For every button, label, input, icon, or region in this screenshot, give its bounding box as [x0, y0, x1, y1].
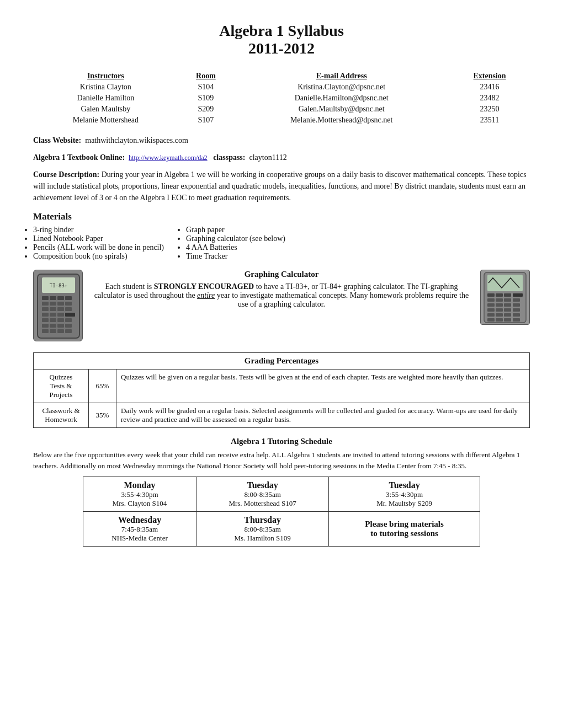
class-website-value: mathwithclayton.wikispaces.com: [85, 136, 188, 144]
schedule-table: Monday 3:55-4:30pm Mrs. Clayton S104 Tue…: [83, 477, 480, 547]
thursday-teacher: Ms. Hamilton S109: [202, 534, 323, 543]
instructor-ext: 23511: [449, 115, 530, 126]
monday-cell: Monday 3:55-4:30pm Mrs. Clayton S104: [83, 477, 196, 512]
instructor-email: Kristina.Clayton@dpsnc.net: [233, 82, 449, 93]
grading-pct: 65%: [89, 370, 116, 403]
svg-rect-55: [504, 318, 511, 322]
instructor-row: Kristina Clayton S104 Kristina.Clayton@d…: [33, 82, 530, 93]
grading-label: Classwork &Homework: [34, 403, 89, 428]
grading-label: QuizzesTests &Projects: [34, 370, 89, 403]
schedule-row-1: Monday 3:55-4:30pm Mrs. Clayton S104 Tue…: [83, 477, 480, 512]
svg-rect-20: [50, 318, 56, 322]
calc-bold: STRONGLY ENCOURAGED: [154, 282, 254, 291]
instructor-name: Galen Maultsby: [33, 104, 178, 115]
monday-time: 3:55-4:30pm: [89, 490, 190, 499]
col-header-instructors: Instructors: [33, 71, 178, 82]
wednesday-header: Wednesday: [89, 515, 190, 525]
material-item: Graphing calculator (see below): [186, 234, 285, 243]
calc-image-right: [480, 270, 530, 325]
instructor-ext: 23416: [449, 82, 530, 93]
col-header-extension: Extension: [449, 71, 530, 82]
col-header-room: Room: [178, 71, 233, 82]
calc-title: Graphing Calculator: [94, 270, 469, 279]
instructors-table: Instructors Room E-mail Address Extensio…: [33, 71, 530, 126]
instructor-email: Danielle.Hamilton@dpsnc.net: [233, 93, 449, 104]
svg-rect-44: [513, 303, 520, 307]
svg-rect-25: [57, 324, 64, 328]
tuesday-pm-time: 3:55-4:30pm: [334, 490, 474, 499]
svg-rect-7: [42, 302, 49, 306]
tutoring-section: Algebra 1 Tutoring Schedule Below are th…: [33, 437, 530, 547]
instructor-ext: 23250: [449, 104, 530, 115]
thursday-cell: Thursday 8:00-8:35am Ms. Hamilton S109: [196, 512, 329, 547]
material-item: 4 AAA Batteries: [186, 243, 285, 252]
col-header-email: E-mail Address: [233, 71, 449, 82]
svg-rect-23: [42, 324, 49, 328]
svg-rect-16: [50, 313, 56, 317]
svg-rect-54: [496, 318, 503, 322]
page-title-line2: 2011-2012: [33, 40, 530, 57]
svg-rect-24: [50, 324, 56, 328]
instructor-name: Melanie Mottershead: [33, 115, 178, 126]
textbook-url[interactable]: http://www.keymath.com/da2: [129, 154, 208, 162]
material-item: Lined Notebook Paper: [33, 234, 164, 243]
grading-desc: Daily work will be graded on a regular b…: [116, 403, 530, 428]
svg-rect-29: [57, 329, 64, 333]
class-website-line: Class Website: mathwithclayton.wikispace…: [33, 135, 530, 146]
grading-row: Classwork &Homework 35% Daily work will …: [34, 403, 530, 428]
svg-rect-36: [513, 293, 523, 297]
svg-rect-48: [513, 308, 520, 312]
svg-rect-21: [57, 318, 64, 322]
svg-rect-40: [513, 298, 520, 302]
svg-rect-42: [496, 303, 503, 307]
thursday-header: Thursday: [202, 515, 323, 525]
tutoring-desc: Below are the five opportunities every w…: [33, 449, 530, 471]
material-item: Composition book (no spirals): [33, 252, 164, 261]
svg-rect-51: [504, 313, 511, 317]
svg-rect-9: [57, 302, 64, 306]
tuesday-pm-teacher: Mr. Maultsby S209: [334, 499, 474, 508]
grading-row: QuizzesTests &Projects 65% Quizzes will …: [34, 370, 530, 403]
grading-desc: Quizzes will be given on a regular basis…: [116, 370, 530, 403]
please-bring-text: Please bring materialsto tutoring sessio…: [334, 520, 474, 538]
tuesday-pm-cell: Tuesday 3:55-4:30pm Mr. Maultsby S209: [329, 477, 480, 512]
svg-rect-30: [65, 329, 72, 333]
instructor-ext: 23482: [449, 93, 530, 104]
wednesday-teacher: NHS-Media Center: [89, 534, 190, 543]
svg-text:TI-83+: TI-83+: [50, 283, 68, 288]
tutoring-title: Algebra 1 Tutoring Schedule: [33, 437, 530, 446]
svg-rect-4: [50, 296, 56, 300]
svg-rect-33: [487, 293, 495, 297]
svg-rect-39: [504, 298, 511, 302]
page-title-line1: Algebra 1 Syllabus: [33, 22, 530, 40]
svg-rect-14: [65, 307, 72, 311]
svg-rect-11: [42, 307, 49, 311]
grading-pct: 35%: [89, 403, 116, 428]
svg-rect-47: [504, 308, 511, 312]
svg-rect-32: [487, 275, 523, 291]
svg-rect-22: [65, 318, 72, 322]
svg-rect-8: [50, 302, 56, 306]
svg-rect-49: [487, 313, 495, 317]
svg-rect-41: [487, 303, 495, 307]
svg-rect-3: [42, 296, 49, 300]
wednesday-cell: Wednesday 7:45-8:35am NHS-Media Center: [83, 512, 196, 547]
svg-rect-13: [57, 307, 64, 311]
material-item: Graph paper: [186, 226, 285, 234]
svg-rect-46: [496, 308, 503, 312]
svg-rect-56: [513, 318, 520, 322]
instructor-row: Danielle Hamilton S109 Danielle.Hamilton…: [33, 93, 530, 104]
svg-rect-50: [496, 313, 503, 317]
instructor-name: Danielle Hamilton: [33, 93, 178, 104]
material-item: Pencils (ALL work will be done in pencil…: [33, 243, 164, 252]
classpass-label: classpass:: [213, 153, 245, 162]
svg-rect-26: [65, 324, 72, 328]
instructor-email: Melanie.Mottershead@dpsnc.net: [233, 115, 449, 126]
textbook-line: Algebra 1 Textbook Online: http://www.ke…: [33, 152, 530, 163]
tuesday-am-teacher: Mrs. Mottershead S107: [202, 499, 323, 508]
classpass-value: clayton1112: [249, 153, 286, 162]
grading-header: Grading Percentages: [34, 353, 530, 370]
course-desc-line: Course Description: During your year in …: [33, 169, 530, 204]
instructor-room: S104: [178, 82, 233, 93]
wednesday-time: 7:45-8:35am: [89, 525, 190, 534]
